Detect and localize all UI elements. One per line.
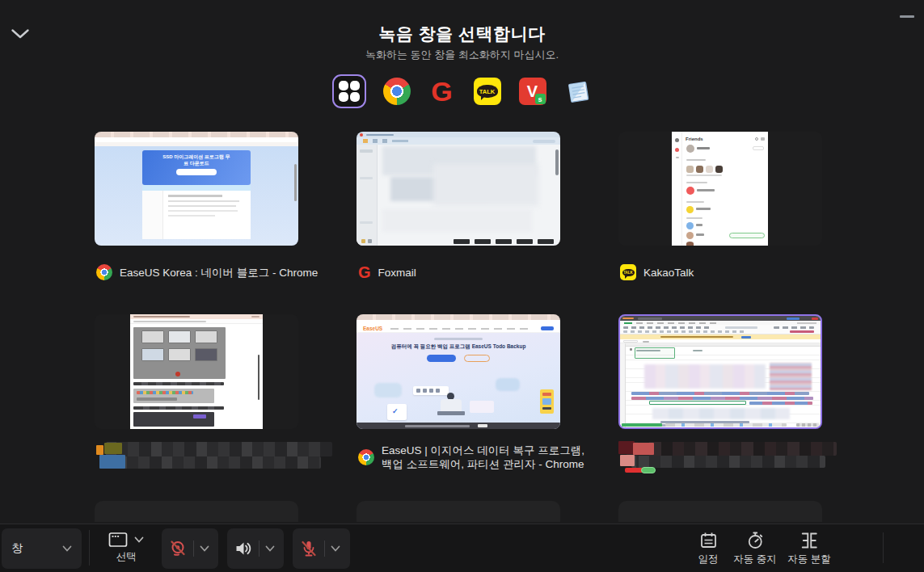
window-card-easeus-chrome[interactable]: EaseUS 컴퓨터에 꼭 필요한 백업 프로그램 EaseUS Todo Ba… bbox=[357, 314, 560, 429]
kakaotalk-icon: TALK bbox=[620, 264, 636, 280]
chevron-down-icon bbox=[265, 545, 275, 552]
speaker-button[interactable] bbox=[234, 539, 253, 558]
kakaotalk-icon: TALK bbox=[474, 78, 501, 105]
record-mode-dropdown[interactable]: 창 bbox=[2, 528, 82, 569]
microphone-off-icon bbox=[299, 539, 319, 558]
deco-body bbox=[357, 145, 560, 246]
window-card-partial-3[interactable] bbox=[618, 501, 822, 522]
deco-check: ✓ bbox=[392, 407, 399, 415]
thumbnail-naver-blog: SSD 마이그레이션 프로그램 무료 다운로드 bbox=[95, 132, 298, 246]
speaker-icon bbox=[234, 539, 253, 558]
bottom-toolbar: 창 선택 bbox=[0, 524, 924, 572]
calendar-icon bbox=[698, 531, 718, 550]
window-title: EaseUS Korea : 네이버 블로그 - Chrome bbox=[120, 266, 318, 280]
chevron-down-icon bbox=[331, 545, 340, 552]
group-divider bbox=[259, 540, 259, 557]
app-filter-kakaotalk[interactable]: TALK bbox=[473, 77, 502, 106]
window-label-kakaotalk: TALK KakaoTalk bbox=[620, 264, 694, 280]
microphone-dropdown-button[interactable] bbox=[331, 545, 340, 552]
wps-office-icon: V s bbox=[519, 78, 546, 105]
thumb-banner-text: SSD 마이그레이션 프로그램 무료 다운로드 bbox=[162, 154, 231, 166]
webcam-off-button[interactable] bbox=[168, 539, 188, 558]
foxmail-icon: G bbox=[358, 264, 371, 280]
deco-lines bbox=[163, 191, 251, 239]
window-card-foxmail[interactable] bbox=[357, 132, 560, 246]
app-filter-foxmail[interactable]: G bbox=[428, 77, 457, 106]
deco-tabstrip bbox=[357, 314, 560, 320]
auto-split-button[interactable]: 자동 분할 bbox=[787, 531, 830, 566]
window-label-foxmail: G Foxmail bbox=[358, 264, 416, 280]
chrome-icon bbox=[383, 78, 411, 105]
microphone-control-group bbox=[293, 528, 350, 569]
webcam-dropdown-button[interactable] bbox=[200, 545, 209, 552]
app-filter-bar: G TALK V s bbox=[0, 74, 924, 108]
window-label-naver-blog: EaseUS Korea : 네이버 블로그 - Chrome bbox=[96, 264, 318, 280]
toolbar-divider bbox=[89, 530, 90, 566]
record-mode-value: 창 bbox=[11, 541, 23, 556]
window-card-spreadsheet-selected[interactable] bbox=[618, 314, 822, 429]
deco-grid bbox=[620, 343, 821, 427]
deco-tabstrip bbox=[95, 132, 298, 137]
minimize-icon bbox=[900, 15, 914, 18]
deco-scrollbar bbox=[294, 164, 297, 201]
thumb-banner: SSD 마이그레이션 프로그램 무료 다운로드 bbox=[142, 150, 251, 185]
speaker-control-group bbox=[227, 528, 284, 569]
thumbnail-easeus: EaseUS 컴퓨터에 꼭 필요한 백업 프로그램 EaseUS Todo Ba… bbox=[357, 314, 560, 429]
minimize-button[interactable] bbox=[896, 10, 918, 23]
window-label-redacted-2 bbox=[618, 441, 845, 473]
deco-cta bbox=[541, 326, 554, 330]
page-title: 녹음 창을 선택합니다 bbox=[0, 23, 924, 45]
all-apps-icon bbox=[339, 81, 360, 102]
thumb-kakao-header: Friends bbox=[686, 137, 703, 141]
app-filter-wps-office[interactable]: V s bbox=[518, 77, 547, 106]
window-card-partial-1[interactable] bbox=[95, 501, 298, 522]
window-card-redacted-doc[interactable] bbox=[95, 314, 298, 429]
window-title: KakaoTalk bbox=[643, 266, 694, 280]
schedule-button[interactable]: 일정 bbox=[698, 531, 719, 566]
toolbar-divider bbox=[883, 532, 884, 563]
thumb-easeus-logo: EaseUS bbox=[363, 326, 382, 331]
deco-strip bbox=[142, 185, 251, 191]
thumbnail-foxmail bbox=[357, 132, 560, 246]
window-label-easeus: EaseUS | 이지어스 데이터 복구 프로그램, 백업 소프트웨어, 파티션… bbox=[358, 444, 591, 471]
deco-sidebar bbox=[142, 191, 163, 239]
split-icon bbox=[800, 531, 819, 550]
deco-hero-buttons bbox=[357, 355, 560, 362]
select-window-icon-row bbox=[108, 532, 144, 548]
deco-siteheader: EaseUS bbox=[357, 325, 560, 333]
microphone-off-button[interactable] bbox=[299, 539, 319, 558]
app-filter-notepad[interactable] bbox=[563, 77, 593, 106]
window-card-partial-2[interactable] bbox=[357, 501, 560, 522]
chevron-down-icon bbox=[200, 545, 209, 552]
schedule-label: 일정 bbox=[698, 553, 719, 566]
chevron-down-icon bbox=[134, 536, 144, 543]
chrome-icon bbox=[358, 449, 374, 465]
chrome-icon bbox=[96, 264, 112, 280]
thumb-easeus-hero-text: 컴퓨터에 꼭 필요한 백업 프로그램 EaseUS Todo Backup bbox=[357, 343, 560, 351]
window-card-kakaotalk[interactable]: Friends bbox=[618, 132, 822, 246]
select-window-label: 선택 bbox=[116, 550, 137, 564]
chevron-down-icon bbox=[62, 545, 72, 552]
deco-banner-button bbox=[176, 169, 217, 175]
auto-stop-label: 자동 중지 bbox=[733, 553, 776, 566]
app-filter-all-apps[interactable] bbox=[332, 74, 366, 108]
window-card-naver-blog-chrome[interactable]: SSD 마이그레이션 프로그램 무료 다운로드 bbox=[95, 132, 298, 246]
thumbnail-spreadsheet bbox=[620, 316, 821, 427]
select-window-button[interactable]: 선택 bbox=[108, 532, 144, 564]
webcam-control-group bbox=[162, 528, 218, 569]
deco-content-panel bbox=[142, 191, 251, 239]
webcam-off-icon bbox=[168, 539, 188, 558]
app-filter-chrome[interactable] bbox=[382, 77, 411, 106]
page-subtitle: 녹화하는 동안 창을 최소화하지 마십시오. bbox=[0, 48, 924, 62]
deco-page: SSD 마이그레이션 프로그램 무료 다운로드 bbox=[95, 146, 298, 246]
deco-titlebar bbox=[357, 132, 560, 137]
notepad-icon bbox=[564, 78, 592, 105]
stopwatch-icon bbox=[745, 531, 765, 550]
auto-stop-button[interactable]: 자동 중지 bbox=[733, 531, 776, 566]
group-divider bbox=[324, 540, 325, 557]
window-title: Foxmail bbox=[378, 266, 416, 280]
deco-hero: 컴퓨터에 꼭 필요한 백업 프로그램 EaseUS Todo Backup ✓ bbox=[357, 333, 560, 429]
window-title: EaseUS | 이지어스 데이터 복구 프로그램, 백업 소프트웨어, 파티션… bbox=[382, 444, 591, 471]
window-icon bbox=[108, 532, 129, 548]
speaker-dropdown-button[interactable] bbox=[265, 545, 275, 552]
